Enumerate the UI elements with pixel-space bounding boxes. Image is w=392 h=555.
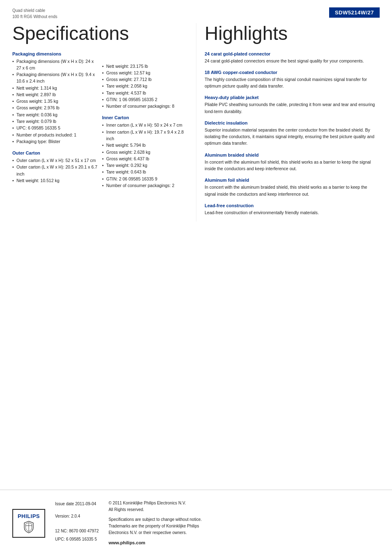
highlight-item-dielectric: Dielectric insulation Superior insulatio…	[205, 120, 380, 147]
list-item: Outer carton (L x W x H): 52 x 51 x 17 c…	[12, 157, 98, 164]
list-item: Nett weight: 10.512 kg	[12, 177, 98, 184]
list-item: Nett weight: 5.794 lb	[102, 142, 188, 148]
footer-info: Issue date 2011-09-04 Version: 2.0.4 12 …	[55, 500, 380, 547]
header-product-info: Quad shield cable 100 ft RG6 Without end…	[12, 7, 58, 20]
highlight-title-pliable-jacket: Heavy-duty pliable jacket	[205, 95, 380, 100]
philips-logo-text: PHILIPS	[18, 513, 40, 519]
issue-date-row: Issue date 2011-09-04	[55, 500, 99, 508]
highlight-item-pliable-jacket: Heavy-duty pliable jacket Pliable PVC sh…	[205, 95, 380, 115]
inner-carton-title: Inner Carton	[102, 115, 188, 120]
list-item: Packaging dimensions (W x H x D): 9.4 x …	[12, 71, 98, 85]
highlight-title-lead-free: Lead-free construction	[205, 203, 380, 208]
model-badge: SDW5214W/27	[329, 7, 380, 18]
specs-inner-layout: Packaging dimensions Packaging dimension…	[12, 51, 188, 195]
highlight-text-gold-connector: 24 carat gold-plated connectors ensure t…	[205, 58, 380, 64]
packaging-dimensions-title: Packaging dimensions	[12, 51, 98, 56]
list-item: Tare weight: 0.079 lb	[12, 118, 98, 125]
philips-logo: PHILIPS	[12, 509, 45, 538]
packaging-dimensions-section: Packaging dimensions Packaging dimension…	[12, 51, 98, 145]
outer-carton-section: Outer Carton Outer carton (L x W x H): 5…	[12, 150, 98, 184]
highlight-text-awg-conductor: The highly conductive composition of thi…	[205, 76, 380, 90]
highlight-item-awg-conductor: 18 AWG copper-coated conductor The highl…	[205, 70, 380, 90]
list-item: Nett weight: 1.314 kg	[12, 85, 98, 91]
list-item: Tare weight: 0.643 lb	[102, 169, 188, 175]
footer-issue-info: Issue date 2011-09-04 Version: 2.0.4 12 …	[55, 500, 99, 547]
product-desc: 100 ft RG6 Without ends	[12, 14, 58, 20]
issue-date-label: Issue date 2011-09-04	[55, 502, 96, 506]
inner-carton-list: Inner carton (L x W x H): 50 x 24 x 7 cm…	[102, 122, 188, 189]
list-item: Packaging dimensions (W x H x D): 24 x 2…	[12, 58, 98, 72]
outer-carton-list: Outer carton (L x W x H): 52 x 51 x 17 c…	[12, 157, 98, 184]
outer-carton-right-list: Nett weight: 23.175 lb Gross weight: 12.…	[102, 63, 188, 110]
list-item: GTIN: 2 06 09585 16335 9	[102, 176, 188, 182]
list-item: Number of products included: 1	[12, 132, 98, 138]
list-item: Gross weight: 12.57 kg	[102, 69, 188, 76]
packaging-dimensions-list: Packaging dimensions (W x H x D): 24 x 2…	[12, 58, 98, 145]
highlight-text-aluminum-braided: In concert with the aluminum foil shield…	[205, 159, 380, 172]
list-item: GTIN: 1 06 09585 16335 2	[102, 96, 188, 103]
specs-right-group: Nett weight: 23.175 lb Gross weight: 12.…	[102, 51, 188, 195]
list-item: UPC: 6 09585 16335 5	[12, 125, 98, 131]
footer: PHILIPS Issue date 2011-09-04 Version	[0, 490, 392, 555]
main-content: Specifications Packaging dimensions Pack…	[0, 23, 392, 222]
highlight-title-awg-conductor: 18 AWG copper-coated conductor	[205, 70, 380, 75]
list-item: Gross weight: 2.976 lb	[12, 104, 98, 111]
list-item: Gross weight: 6.437 lb	[102, 155, 188, 162]
specs-column: Specifications Packaging dimensions Pack…	[0, 23, 196, 222]
list-item: Gross weight: 1.35 kg	[12, 98, 98, 104]
highlight-item-gold-connector: 24 carat gold-plated connector 24 carat …	[205, 51, 380, 64]
list-item: Tare weight: 4.537 lb	[102, 90, 188, 96]
upc-row: UPC: 6 09585 16335 5	[55, 535, 99, 543]
list-item: Nett weight: 23.175 lb	[102, 63, 188, 69]
highlight-title-dielectric: Dielectric insulation	[205, 120, 380, 125]
list-item: Gross weight: 27.712 lb	[102, 76, 188, 83]
highlight-item-lead-free: Lead-free construction Lead-free constru…	[205, 203, 380, 216]
website-link[interactable]: www.philips.com	[108, 539, 380, 547]
list-item: Tare weight: 0.292 kg	[102, 162, 188, 169]
list-item: Gross weight: 2.628 kg	[102, 149, 188, 155]
product-line: Quad shield cable	[12, 7, 58, 14]
highlight-text-aluminum-foil: In concert with the aluminum braided shi…	[205, 184, 380, 197]
highlights-title: Highlights	[205, 23, 380, 44]
highlight-title-aluminum-braided: Aluminum braided shield	[205, 153, 380, 157]
specs-left-group: Packaging dimensions Packaging dimension…	[12, 51, 98, 195]
list-item: Number of consumer packagings: 2	[102, 182, 188, 189]
list-item: Number of consumer packagings: 8	[102, 103, 188, 109]
version-label: Version: 2.0.4	[55, 514, 80, 518]
highlight-title-gold-connector: 24 carat gold-plated connector	[205, 51, 380, 56]
list-item: Tare weight: 0.036 kg	[12, 111, 98, 118]
inner-carton-section: Inner Carton Inner carton (L x W x H): 5…	[102, 115, 188, 189]
copyright-text: © 2011 Koninklijke Philips Electronics N…	[108, 500, 380, 513]
version-row: Version: 2.0.4	[55, 512, 99, 520]
highlight-text-dielectric: Superior insulation material separates t…	[205, 127, 380, 147]
list-item: Packaging type: Blister	[12, 138, 98, 145]
nc-label: 12 NC: 8670 000 47972	[55, 529, 99, 533]
list-item: Outer carton (L x W x H): 20.5 x 20.1 x …	[12, 164, 98, 177]
highlight-item-aluminum-foil: Aluminum foil shield In concert with the…	[205, 178, 380, 197]
highlights-column: Highlights 24 carat gold-plated connecto…	[196, 23, 392, 222]
list-item: Inner carton (L x W x H): 50 x 24 x 7 cm	[102, 122, 188, 128]
highlight-item-aluminum-braided: Aluminum braided shield In concert with …	[205, 153, 380, 172]
specs-title: Specifications	[12, 23, 188, 44]
disclaimer-text: Specifications are subject to change wit…	[108, 516, 380, 536]
highlight-text-pliable-jacket: Pliable PVC sheathing surrounds the cabl…	[205, 101, 380, 115]
nc-row: 12 NC: 8670 000 47972	[55, 527, 99, 535]
list-item: Nett weight: 2.897 lb	[12, 91, 98, 98]
list-item: Tare weight: 2.058 kg	[102, 83, 188, 89]
list-item: Inner carton (L x W x H): 19.7 x 9.4 x 2…	[102, 129, 188, 142]
highlight-text-lead-free: Lead-free construction of environmentall…	[205, 209, 380, 216]
footer-legal: © 2011 Koninklijke Philips Electronics N…	[108, 500, 380, 547]
highlight-title-aluminum-foil: Aluminum foil shield	[205, 178, 380, 183]
outer-carton-title: Outer Carton	[12, 150, 98, 155]
header: Quad shield cable 100 ft RG6 Without end…	[0, 0, 392, 23]
upc-label: UPC: 6 09585 16335 5	[55, 537, 97, 541]
philips-logo-shield-icon	[23, 521, 35, 533]
